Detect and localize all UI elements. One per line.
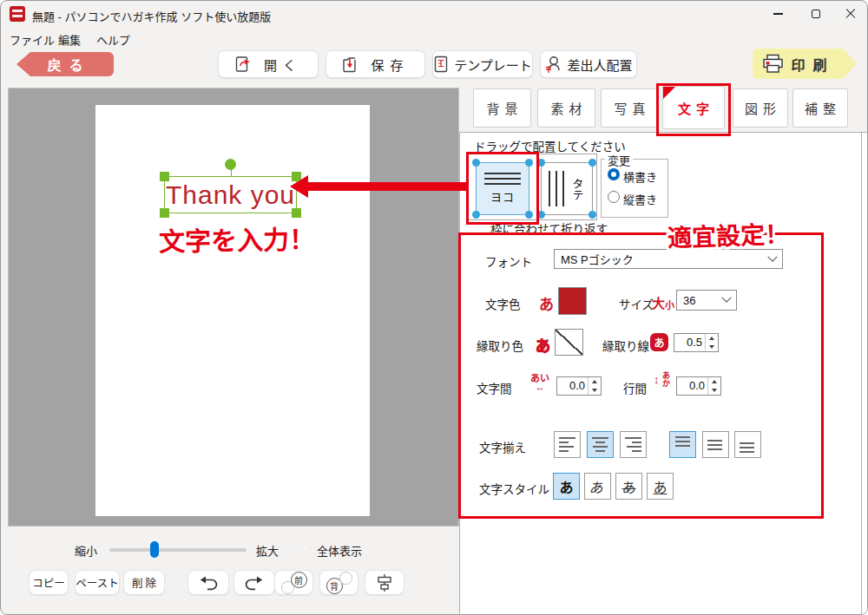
spinner-arrows[interactable]	[705, 334, 718, 351]
delete-button[interactable]: 削除	[123, 570, 165, 595]
char-spacing-spinner[interactable]: 0.0	[556, 376, 602, 396]
resize-handle-br[interactable]	[292, 208, 301, 218]
writing-direction-legend: 変更	[605, 152, 633, 168]
font-label: フォント	[485, 252, 532, 270]
text-color-swatch[interactable]	[558, 287, 587, 315]
annotation-arrow-head	[290, 175, 308, 198]
rotation-handle[interactable]	[225, 159, 236, 170]
redo-button[interactable]	[233, 570, 275, 595]
size-select-value: 36	[683, 294, 695, 307]
chevron-down-icon	[721, 293, 731, 303]
close-button[interactable]	[832, 1, 868, 27]
bring-to-front-icon: 前	[281, 572, 307, 594]
annotation-enter-text: 文字を入力！	[159, 218, 316, 258]
zoom-slider-handle[interactable]	[150, 541, 159, 558]
align-right-button[interactable]	[620, 431, 647, 458]
paste-button[interactable]: ペースト	[75, 570, 120, 595]
line-spacing-arrows-icon: ↕	[654, 373, 660, 386]
align-left-button[interactable]	[554, 431, 581, 458]
canvas-text[interactable]: Thank you	[166, 180, 295, 210]
print-button[interactable]: 印刷	[753, 49, 857, 79]
tab-photo[interactable]: 写真	[601, 88, 659, 128]
window-title: 無題 - パソコンでハガキ作成 ソフト使い放題版	[32, 8, 271, 24]
hline-icon	[484, 178, 521, 180]
menu-help[interactable]: ヘルプ	[96, 31, 130, 48]
open-button[interactable]: 開く	[218, 50, 319, 78]
size-small-glyph: 小	[665, 298, 674, 311]
delete-button-label: 削除	[129, 574, 159, 591]
canvas-area[interactable]	[8, 88, 459, 527]
send-to-back-button[interactable]: 背	[319, 570, 358, 595]
underline-glyph: あ	[653, 476, 667, 497]
radio-vertical-label: 縦書き	[623, 191, 657, 207]
handle-dot-icon	[525, 159, 533, 167]
valign-top-button[interactable]	[669, 431, 696, 458]
sender-button-label: 差出人配置	[567, 56, 632, 74]
align-center-objects-button[interactable]	[365, 570, 404, 595]
bring-to-front-button[interactable]: 前	[274, 570, 313, 595]
redo-icon	[244, 572, 265, 593]
tab-material[interactable]: 素材	[537, 88, 595, 128]
tab-shape[interactable]: 図形	[733, 88, 788, 128]
tab-background-label: 背景	[481, 99, 523, 117]
annotation-set-appropriately: 適宜設定！	[667, 215, 789, 254]
back-button[interactable]: 戻る	[16, 52, 114, 76]
selected-text-object[interactable]: Thank you	[164, 176, 297, 213]
menu-edit[interactable]: 編集	[58, 31, 81, 48]
hline-icon	[484, 183, 521, 185]
app-icon	[10, 6, 25, 22]
template-button[interactable]: テンプレート	[432, 50, 533, 78]
sender-icon	[544, 55, 562, 74]
maximize-button[interactable]	[797, 1, 835, 27]
valign-middle-button[interactable]	[702, 431, 729, 458]
vertical-item-label: タテ	[569, 178, 586, 200]
style-italic-button[interactable]: あ	[584, 473, 611, 500]
undo-button[interactable]	[187, 570, 229, 595]
size-big-glyph: 大	[652, 293, 665, 311]
fit-view-label: 全体表示	[317, 542, 362, 559]
radio-vertical-writing[interactable]	[608, 191, 620, 203]
tab-text[interactable]: 文字	[662, 86, 725, 129]
copy-button[interactable]: コピー	[29, 570, 69, 595]
template-button-label: テンプレート	[454, 56, 532, 74]
resize-handle-bl[interactable]	[160, 208, 169, 218]
valign-bottom-button[interactable]	[734, 431, 761, 458]
handle-dot-icon	[472, 211, 480, 219]
drag-item-horizontal-text[interactable]: ヨコ	[476, 162, 529, 215]
minimize-icon	[773, 13, 783, 14]
sender-placement-button[interactable]: 差出人配置	[540, 50, 637, 78]
tab-adjust[interactable]: 補整	[792, 88, 848, 128]
tab-text-fold-icon	[663, 87, 675, 99]
horizontal-item-label: ヨコ	[490, 188, 515, 205]
handle-dot-icon	[589, 159, 596, 167]
save-button[interactable]: 保存	[326, 50, 425, 78]
outline-width-spinner[interactable]: 0.5	[674, 333, 719, 352]
resize-handle-tl[interactable]	[160, 172, 169, 181]
handle-dot-icon	[525, 211, 533, 219]
style-strikethrough-button[interactable]: あ	[615, 473, 642, 500]
radio-horizontal-writing[interactable]	[608, 168, 620, 180]
handle-dot-icon	[589, 211, 596, 219]
strikethrough-glyph: あ	[621, 476, 635, 497]
drag-item-vertical-text[interactable]: タテ	[541, 162, 593, 215]
close-icon	[845, 9, 856, 19]
spinner-arrows[interactable]	[707, 377, 720, 395]
menu-file[interactable]: ファイル	[10, 31, 55, 48]
open-icon	[234, 55, 252, 74]
outline-color-swatch[interactable]	[555, 329, 583, 356]
tab-background[interactable]: 背景	[473, 88, 531, 128]
style-bold-button[interactable]: あ	[553, 473, 580, 500]
zoom-slider-track[interactable]	[109, 548, 247, 552]
align-center-button[interactable]	[587, 431, 614, 458]
tab-shape-label: 図形	[740, 99, 781, 117]
paste-button-label: ペースト	[76, 574, 118, 591]
minimize-button[interactable]	[759, 1, 797, 27]
style-underline-button[interactable]: あ	[647, 473, 674, 500]
line-spacing-icon: あ か	[662, 372, 670, 388]
wrap-checkbox-label: 枠に合わせて折り返す	[490, 219, 608, 237]
undo-icon	[198, 572, 219, 593]
size-select[interactable]: 36	[676, 290, 737, 311]
line-spacing-value: 0.0	[677, 377, 707, 395]
spinner-arrows[interactable]	[588, 377, 601, 395]
line-spacing-spinner[interactable]: 0.0	[676, 376, 721, 396]
